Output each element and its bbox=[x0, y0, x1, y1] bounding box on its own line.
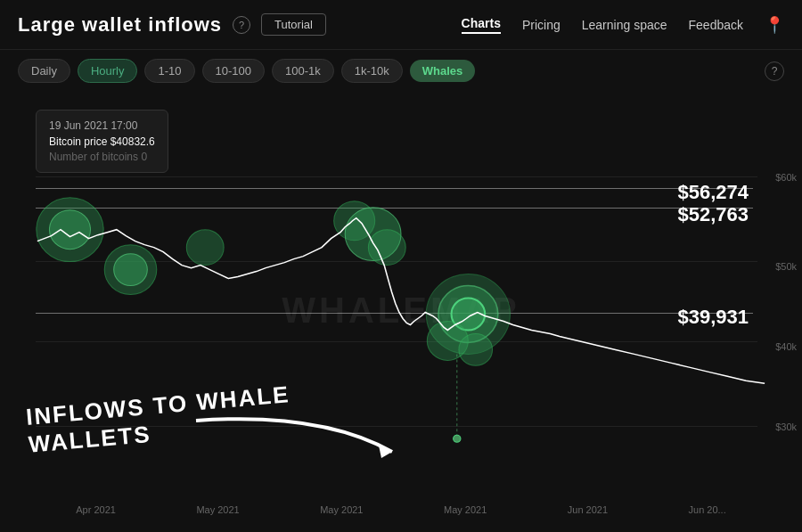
x-label-apr: Apr 2021 bbox=[76, 504, 116, 515]
nav-learning[interactable]: Learning space bbox=[582, 18, 667, 32]
nav-charts[interactable]: Charts bbox=[462, 16, 501, 34]
location-icon[interactable]: 📍 bbox=[765, 15, 784, 35]
svg-point-13 bbox=[454, 435, 461, 442]
x-label-jun1: Jun 2021 bbox=[568, 504, 608, 515]
help-icon[interactable]: ? bbox=[233, 16, 250, 34]
tooltip-date: 19 Jun 2021 17:00 bbox=[49, 119, 155, 132]
tooltip-price: Bitcoin price $40832.6 bbox=[49, 135, 155, 148]
svg-point-3 bbox=[114, 254, 148, 286]
chart-help-button[interactable]: ? bbox=[765, 61, 784, 81]
filter-100-1k[interactable]: 100-1k bbox=[272, 59, 334, 83]
nav-pricing[interactable]: Pricing bbox=[522, 18, 561, 32]
page-title: Large wallet inflows bbox=[18, 13, 222, 37]
x-axis: Apr 2021 May 2021 May 2021 May 2021 Jun … bbox=[0, 504, 802, 515]
filter-hourly[interactable]: Hourly bbox=[78, 59, 138, 83]
toolbar: Daily Hourly 1-10 10-100 100-1k 1k-10k W… bbox=[0, 50, 802, 92]
x-label-may3: May 2021 bbox=[444, 504, 487, 515]
filter-10-100[interactable]: 10-100 bbox=[202, 59, 265, 83]
svg-point-4 bbox=[186, 230, 224, 266]
x-label-jun2: Jun 20... bbox=[689, 504, 726, 515]
x-label-may1: May 2021 bbox=[196, 504, 239, 515]
filter-1-10[interactable]: 1-10 bbox=[144, 59, 194, 83]
svg-point-7 bbox=[368, 230, 405, 266]
filter-daily[interactable]: Daily bbox=[18, 59, 70, 83]
svg-point-1 bbox=[49, 210, 90, 250]
tooltip-coins: Number of bitcoins 0 bbox=[49, 151, 155, 163]
filter-1k-10k[interactable]: 1k-10k bbox=[341, 59, 403, 83]
tutorial-button[interactable]: Tutorial bbox=[261, 13, 326, 36]
tooltip: 19 Jun 2021 17:00 Bitcoin price $40832.6… bbox=[36, 110, 168, 173]
filter-whales[interactable]: Whales bbox=[410, 60, 476, 82]
x-label-may2: May 2021 bbox=[320, 504, 363, 515]
chart-area: $60k $50k $40k $30k WHALEMAP $56,274 $52… bbox=[0, 92, 802, 528]
nav-feedback[interactable]: Feedback bbox=[689, 18, 743, 32]
header: Large wallet inflows ? Tutorial Charts P… bbox=[0, 0, 802, 50]
header-left: Large wallet inflows ? Tutorial bbox=[18, 13, 326, 37]
svg-point-12 bbox=[459, 333, 493, 365]
header-nav: Charts Pricing Learning space Feedback 📍 bbox=[462, 15, 784, 35]
